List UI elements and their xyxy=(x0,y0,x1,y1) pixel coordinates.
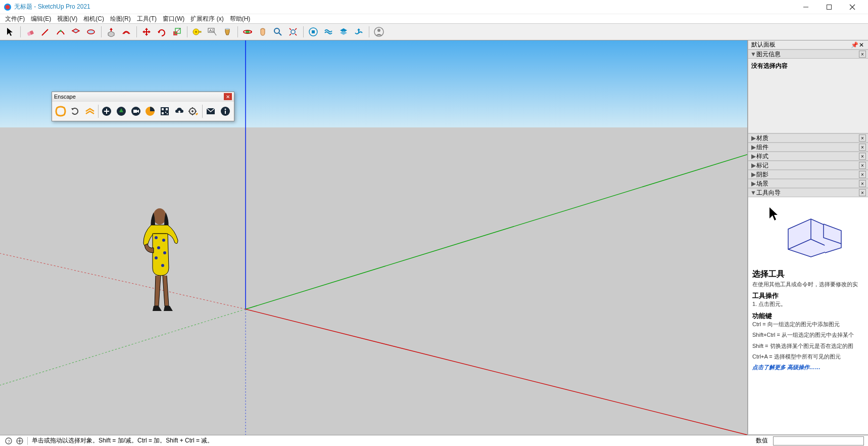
svg-point-11 xyxy=(195,31,197,33)
enscape-feedback-icon[interactable] xyxy=(204,104,218,119)
minimize-button[interactable] xyxy=(794,0,817,14)
tray-pin-icon[interactable]: 📌 xyxy=(851,41,858,49)
svg-point-24 xyxy=(377,29,380,32)
tape-tool[interactable] xyxy=(190,25,204,39)
panel-close-icon[interactable]: × xyxy=(859,135,866,142)
svg-point-57 xyxy=(224,109,226,110)
zoom-extents-tool[interactable] xyxy=(286,25,300,39)
vcb-input[interactable] xyxy=(773,436,864,445)
enscape-views-icon[interactable] xyxy=(83,104,97,119)
svg-point-15 xyxy=(225,28,229,30)
offset-tool[interactable] xyxy=(119,25,133,39)
instructor-more-link[interactable]: 点击了解更多 高级操作…… xyxy=(752,364,864,371)
enscape-upload-icon[interactable] xyxy=(172,104,186,119)
collapse-arrow-icon: ▼ xyxy=(750,51,756,58)
viewport[interactable]: Enscape ✕ xyxy=(0,40,748,435)
app-icon xyxy=(4,4,11,11)
geo-icon[interactable] xyxy=(15,436,24,445)
panel-materials-header[interactable]: ▶ 材质 × xyxy=(748,133,868,143)
svg-rect-1 xyxy=(827,5,832,9)
circle-tool[interactable] xyxy=(84,25,98,39)
menu-window[interactable]: 窗口(W) xyxy=(160,14,187,24)
tray-close-icon[interactable]: ✕ xyxy=(858,41,865,49)
svg-point-33 xyxy=(162,239,165,242)
send-tool[interactable] xyxy=(352,25,366,39)
panel-label: 标记 xyxy=(756,161,859,170)
enscape-start-icon[interactable] xyxy=(54,104,68,119)
move-tool[interactable] xyxy=(139,25,154,39)
arc-tool[interactable] xyxy=(54,25,68,39)
svg-rect-46 xyxy=(162,112,164,114)
svg-rect-48 xyxy=(167,113,168,114)
panel-close-icon[interactable]: × xyxy=(859,144,866,151)
close-button[interactable] xyxy=(841,0,864,14)
menu-camera[interactable]: 相机(C) xyxy=(80,14,107,24)
panel-close-icon[interactable]: × xyxy=(859,180,866,187)
enscape-toolbar-window[interactable]: Enscape ✕ xyxy=(52,92,234,121)
enscape-create-icon[interactable] xyxy=(100,104,114,119)
menu-tools[interactable]: 工具(T) xyxy=(134,14,160,24)
enscape-about-icon[interactable] xyxy=(218,104,232,119)
enscape-titlebar[interactable]: Enscape ✕ xyxy=(52,92,234,101)
instructor-body: 选择工具 在使用其他工具或命令时，选择要修改的实 工具操作 1. 点击图元。 功… xyxy=(748,197,868,435)
maximize-button[interactable] xyxy=(817,0,841,14)
svg-point-20 xyxy=(291,30,295,34)
zoom-tool[interactable] xyxy=(271,25,285,39)
svg-line-30 xyxy=(0,253,246,309)
panel-components-header[interactable]: ▶ 组件 × xyxy=(748,143,868,152)
help-icon[interactable]: ? xyxy=(4,436,13,445)
panel-styles-header[interactable]: ▶ 样式 × xyxy=(748,152,868,161)
menu-extensions[interactable]: 扩展程序 (x) xyxy=(187,14,226,24)
scale-tool[interactable] xyxy=(170,25,184,39)
enscape-video-icon[interactable] xyxy=(129,104,142,119)
svg-point-34 xyxy=(157,246,160,249)
pan-tool[interactable] xyxy=(256,25,270,39)
panel-close-icon[interactable]: × xyxy=(859,162,866,169)
enscape-qr-icon[interactable] xyxy=(158,104,172,119)
entity-info-message: 没有选择内容 xyxy=(751,62,865,70)
panel-scenes-header[interactable]: ▶ 场景 × xyxy=(748,179,868,188)
user-tool[interactable] xyxy=(372,25,386,39)
svg-point-32 xyxy=(155,236,158,239)
enscape-sync-icon[interactable] xyxy=(69,104,82,119)
panel-close-icon[interactable]: × xyxy=(859,153,866,160)
enscape-settings-icon[interactable] xyxy=(187,104,201,119)
tray-title-text: 默认面板 xyxy=(751,40,851,49)
svg-text:A1: A1 xyxy=(209,28,214,33)
menu-view[interactable]: 视图(V) xyxy=(54,14,80,24)
instructor-fn-line: Ctrl = 向一组选定的图元中添加图元 xyxy=(752,321,864,328)
panel-tags-header[interactable]: ▶ 标记 × xyxy=(748,161,868,170)
rectangle-tool[interactable] xyxy=(69,25,83,39)
instructor-fn-line: Shift+Ctrl = 从一组选定的图元中去掉某个 xyxy=(752,331,864,339)
line-tool[interactable] xyxy=(38,25,53,39)
paint-tool[interactable] xyxy=(220,25,234,39)
menu-file[interactable]: 文件(F) xyxy=(2,14,28,24)
enscape-close-button[interactable]: ✕ xyxy=(224,93,232,100)
eraser-tool[interactable] xyxy=(23,25,37,39)
panel-entity-info-header[interactable]: ▼ 图元信息 × xyxy=(748,50,868,59)
text-tool[interactable]: A1 xyxy=(205,25,219,39)
warehouse-tool[interactable] xyxy=(306,25,320,39)
instructor-diagram xyxy=(752,206,864,262)
svg-rect-58 xyxy=(225,111,226,114)
enscape-material-icon[interactable] xyxy=(143,104,157,119)
enscape-asset-icon[interactable] xyxy=(115,104,128,119)
toolbar-separator xyxy=(301,25,305,39)
select-tool[interactable] xyxy=(3,25,17,39)
rotate-tool[interactable] xyxy=(155,25,169,39)
panel-close-icon[interactable]: × xyxy=(859,189,866,196)
menu-draw[interactable]: 绘图(R) xyxy=(107,14,134,24)
menu-edit[interactable]: 编辑(E) xyxy=(28,14,54,24)
layers-tool[interactable] xyxy=(336,25,351,39)
ext-warehouse-tool[interactable] xyxy=(321,25,335,39)
orbit-tool[interactable] xyxy=(240,25,255,39)
panel-shadows-header[interactable]: ▶ 阴影 × xyxy=(748,170,868,179)
panel-close-icon[interactable]: × xyxy=(859,51,866,58)
panel-close-icon[interactable]: × xyxy=(859,171,866,178)
panel-instructor-header[interactable]: ▼ 工具向导 × xyxy=(748,188,868,197)
svg-rect-47 xyxy=(165,112,166,113)
svg-point-36 xyxy=(155,256,158,259)
pushpull-tool[interactable] xyxy=(104,25,118,39)
menu-help[interactable]: 帮助(H) xyxy=(227,14,254,24)
tray-titlebar[interactable]: 默认面板 📌 ✕ xyxy=(748,40,868,50)
